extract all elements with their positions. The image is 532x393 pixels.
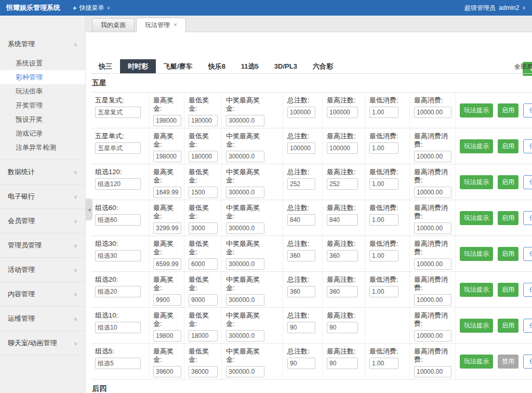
save-button[interactable]: 保存 <box>523 175 532 189</box>
field-input[interactable] <box>189 366 218 377</box>
play-name-input[interactable] <box>95 178 141 190</box>
user-menu[interactable]: 超级管理员 admin2 ∨ <box>464 4 526 12</box>
field-input[interactable] <box>226 330 264 342</box>
sidebar-item-0-3[interactable]: 开奖管理 <box>0 98 85 112</box>
field-input[interactable] <box>369 107 398 118</box>
play-name-input[interactable] <box>95 214 141 226</box>
field-input[interactable] <box>327 178 358 190</box>
field-input[interactable] <box>287 358 315 369</box>
status-toggle-button[interactable]: 启用 <box>498 211 518 225</box>
play-name-input[interactable] <box>95 250 141 261</box>
field-input[interactable] <box>369 358 398 369</box>
field-input[interactable] <box>189 294 218 306</box>
field-input[interactable] <box>226 222 264 234</box>
field-input[interactable] <box>287 250 315 261</box>
field-input[interactable] <box>287 142 315 154</box>
field-input[interactable] <box>287 178 315 190</box>
sidebar-group-header-6[interactable]: 内容管理∨ <box>0 282 85 306</box>
play-tip-button[interactable]: 玩法提示 <box>460 211 493 225</box>
field-input[interactable] <box>369 178 398 190</box>
play-tip-button[interactable]: 玩法提示 <box>460 247 493 261</box>
field-input[interactable] <box>153 258 181 270</box>
field-input[interactable] <box>226 294 264 306</box>
field-input[interactable] <box>369 250 398 261</box>
game-tab-4[interactable]: 11选5 <box>233 59 267 73</box>
field-input[interactable] <box>153 151 181 162</box>
status-toggle-button[interactable]: 启用 <box>498 247 518 261</box>
status-toggle-button[interactable]: 启用 <box>498 283 518 297</box>
sidebar-item-0-5[interactable]: 游戏记录 <box>0 126 85 140</box>
field-input[interactable] <box>226 151 264 162</box>
play-tip-button[interactable]: 玩法提示 <box>460 355 493 369</box>
field-input[interactable] <box>287 322 315 333</box>
game-tab-2[interactable]: 飞艇/赛车 <box>156 59 201 73</box>
field-input[interactable] <box>226 366 264 377</box>
save-button[interactable]: 保存 <box>523 283 532 297</box>
field-input[interactable] <box>414 366 451 377</box>
field-input[interactable] <box>189 115 218 126</box>
field-input[interactable] <box>153 187 181 198</box>
field-input[interactable] <box>287 107 315 118</box>
game-tab-5[interactable]: 3D/PL3 <box>267 59 305 73</box>
game-tab-6[interactable]: 六合彩 <box>305 59 341 73</box>
field-input[interactable] <box>189 330 218 342</box>
field-input[interactable] <box>153 222 181 234</box>
sidebar-group-header-7[interactable]: 运维管理∨ <box>0 307 85 331</box>
play-name-input[interactable] <box>95 142 141 154</box>
field-input[interactable] <box>153 115 181 126</box>
field-input[interactable] <box>369 142 398 154</box>
field-input[interactable] <box>287 214 315 226</box>
sidebar-group-header-8[interactable]: 聊天室/动画管理∨ <box>0 331 85 355</box>
field-input[interactable] <box>327 107 358 118</box>
play-name-input[interactable] <box>95 358 141 369</box>
play-tip-button[interactable]: 玩法提示 <box>460 283 493 297</box>
status-toggle-button[interactable]: 禁用 <box>498 355 518 369</box>
expand-all-link[interactable]: 全部展开 <box>514 62 532 71</box>
play-tip-button[interactable]: 玩法提示 <box>460 103 493 117</box>
game-tab-3[interactable]: 快乐8 <box>201 59 233 73</box>
window-tab-1[interactable]: 玩法管理× <box>136 18 186 32</box>
sidebar-collapse-handle[interactable]: ◀ <box>86 199 92 220</box>
sidebar-group-header-4[interactable]: 管理员管理∨ <box>0 233 85 257</box>
game-tab-0[interactable]: 快三 <box>91 59 120 73</box>
save-button[interactable]: 保存 <box>523 211 532 225</box>
status-toggle-button[interactable]: 启用 <box>498 319 518 333</box>
field-input[interactable] <box>414 294 451 306</box>
field-input[interactable] <box>327 250 358 261</box>
field-input[interactable] <box>327 214 358 226</box>
sidebar-item-0-6[interactable]: 注单异常检测 <box>0 140 85 154</box>
status-toggle-button[interactable]: 启用 <box>498 175 518 189</box>
sidebar-group-header-0[interactable]: 系统管理∨ <box>0 32 85 56</box>
sidebar-item-0-2[interactable]: 玩法倍率 <box>0 84 85 98</box>
field-input[interactable] <box>287 286 315 297</box>
field-input[interactable] <box>226 115 264 126</box>
field-input[interactable] <box>189 151 218 162</box>
field-input[interactable] <box>226 258 264 270</box>
field-input[interactable] <box>189 258 218 270</box>
field-input[interactable] <box>414 258 451 270</box>
play-name-input[interactable] <box>95 286 141 297</box>
field-input[interactable] <box>414 151 451 162</box>
field-input[interactable] <box>414 107 451 118</box>
status-toggle-button[interactable]: 启用 <box>498 103 518 117</box>
field-input[interactable] <box>189 187 218 198</box>
field-input[interactable] <box>153 366 181 377</box>
sidebar-item-0-1[interactable]: 彩种管理 <box>0 70 85 84</box>
save-button[interactable]: 保存 <box>523 319 532 333</box>
field-input[interactable] <box>226 187 264 198</box>
sidebar-group-header-1[interactable]: 数据统计∨ <box>0 160 85 184</box>
status-toggle-button[interactable]: 启用 <box>498 139 518 153</box>
play-name-input[interactable] <box>95 107 141 118</box>
save-button[interactable]: 保存 <box>523 139 532 153</box>
sidebar-item-0-0[interactable]: 系统设置 <box>0 56 85 70</box>
sidebar-item-0-4[interactable]: 预设开奖 <box>0 112 85 126</box>
play-tip-button[interactable]: 玩法提示 <box>460 319 493 333</box>
sidebar-group-header-5[interactable]: 活动管理∨ <box>0 258 85 282</box>
field-input[interactable] <box>327 286 358 297</box>
field-input[interactable] <box>327 322 358 333</box>
field-input[interactable] <box>153 294 181 306</box>
field-input[interactable] <box>414 330 451 342</box>
field-input[interactable] <box>327 358 358 369</box>
quick-menu[interactable]: + 快捷菜单 ∨ <box>73 4 110 12</box>
game-tab-1[interactable]: 时时彩 <box>120 59 156 73</box>
